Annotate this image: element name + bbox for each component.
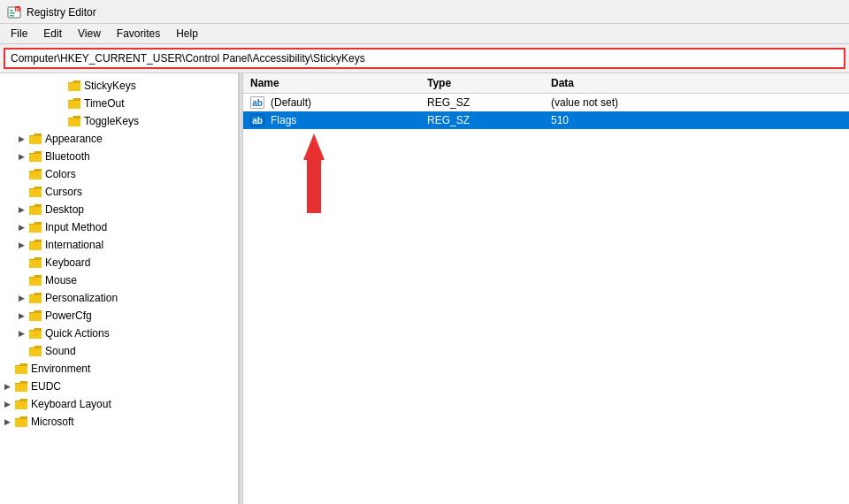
tree-label-colors: Colors	[45, 168, 76, 180]
expand-bluetooth[interactable]: ▶	[14, 149, 28, 164]
folder-icon-mouse	[28, 273, 42, 287]
tree-item-international[interactable]: ▶ International	[0, 236, 238, 254]
tree-label-quickactions: Quick Actions	[45, 327, 110, 340]
expand-inputmethod[interactable]: ▶	[14, 220, 28, 234]
tree-label-cursors: Cursors	[45, 186, 82, 198]
folder-icon-appearance	[28, 132, 42, 146]
menu-view[interactable]: View	[71, 26, 108, 42]
expand-personalization[interactable]: ▶	[14, 291, 28, 305]
folder-icon-keyboardlayout	[14, 397, 28, 411]
tree-label-stickykeys: StickyKeys	[84, 80, 136, 92]
folder-icon-microsoft	[14, 415, 28, 429]
folder-icon-bluetooth	[28, 149, 42, 164]
tree-label-togglekeys: ToggleKeys	[84, 115, 139, 127]
row-name-flags: Flags	[271, 114, 296, 126]
tree-label-international: International	[45, 239, 103, 251]
folder-icon-timeout	[67, 96, 81, 111]
tree-label-inputmethod: Input Method	[45, 221, 107, 233]
tree-label-bluetooth: Bluetooth	[45, 150, 90, 163]
tree-item-desktop[interactable]: ▶ Desktop	[0, 201, 238, 218]
annotation-area	[243, 129, 849, 235]
folder-icon-quickactions	[28, 326, 42, 340]
tree-label-personalization: Personalization	[45, 292, 118, 304]
tree-label-microsoft: Microsoft	[31, 416, 74, 428]
tree-item-keyboard[interactable]: Keyboard	[0, 254, 238, 271]
menu-help[interactable]: Help	[169, 26, 205, 42]
address-bar[interactable]	[4, 48, 845, 69]
tree-item-keyboardlayout[interactable]: ▶ Keyboard Layout	[0, 395, 238, 413]
main-container: StickyKeys TimeOut ToggleKeys ▶	[0, 73, 849, 504]
tree-item-timeout[interactable]: TimeOut	[0, 95, 238, 112]
tree-item-quickactions[interactable]: ▶ Quick Actions	[0, 325, 238, 342]
tree-label-appearance: Appearance	[45, 133, 103, 145]
tree-label-keyboardlayout: Keyboard Layout	[31, 398, 111, 410]
svg-rect-7	[307, 160, 321, 213]
folder-icon-eudc	[14, 379, 28, 393]
tree-item-environment[interactable]: Environment	[0, 360, 238, 378]
menu-file[interactable]: File	[4, 26, 34, 42]
expand-microsoft[interactable]: ▶	[0, 415, 14, 429]
tree-item-microsoft[interactable]: ▶ Microsoft	[0, 413, 238, 431]
tree-item-togglekeys[interactable]: ToggleKeys	[0, 112, 238, 130]
ab-icon-default: ab	[250, 96, 264, 109]
tree-item-mouse[interactable]: Mouse	[0, 271, 238, 289]
tree-item-appearance[interactable]: ▶ Appearance	[0, 130, 238, 148]
folder-icon-personalization	[28, 291, 42, 305]
folder-icon-environment	[14, 362, 28, 376]
folder-icon-desktop	[28, 202, 42, 217]
tree-item-colors[interactable]: Colors	[0, 165, 238, 183]
expand-quickactions[interactable]: ▶	[14, 326, 28, 340]
ab-icon-flags: ab	[250, 114, 264, 126]
tree-item-inputmethod[interactable]: ▶ Input Method	[0, 218, 238, 236]
row-type-default: REG_SZ	[427, 96, 551, 109]
tree-label-desktop: Desktop	[45, 203, 84, 216]
tree-label-sound: Sound	[45, 345, 76, 357]
expand-eudc[interactable]: ▶	[0, 379, 14, 393]
folder-icon-togglekeys	[67, 114, 81, 128]
tree-item-sound[interactable]: Sound	[0, 342, 238, 360]
column-headers: Name Type Data	[243, 73, 849, 94]
tree-label-mouse: Mouse	[45, 274, 77, 286]
folder-icon-powercfg	[28, 309, 42, 323]
expand-desktop[interactable]: ▶	[14, 202, 28, 217]
svg-rect-3	[10, 15, 14, 17]
folder-icon-cursors	[28, 185, 42, 199]
data-row-default[interactable]: ab (Default) REG_SZ (value not set)	[243, 94, 849, 111]
tree-label-environment: Environment	[31, 363, 90, 375]
menu-favorites[interactable]: Favorites	[110, 26, 167, 42]
menu-edit[interactable]: Edit	[36, 26, 69, 42]
title-bar: R Registry Editor	[0, 0, 849, 24]
header-type: Type	[427, 77, 551, 89]
folder-icon-inputmethod	[28, 220, 42, 234]
tree-label-powercfg: PowerCfg	[45, 309, 92, 322]
app-icon: R	[7, 5, 21, 19]
expand-appearance[interactable]: ▶	[14, 132, 28, 146]
expand-keyboardlayout[interactable]: ▶	[0, 397, 14, 411]
svg-marker-6	[303, 134, 325, 160]
menu-bar: File Edit View Favorites Help	[0, 24, 849, 44]
folder-icon-stickykeys	[67, 79, 81, 93]
data-row-flags[interactable]: ab Flags REG_SZ 510	[243, 111, 849, 129]
svg-rect-1	[10, 10, 13, 11]
tree-item-eudc[interactable]: ▶ EUDC	[0, 378, 238, 395]
svg-rect-2	[10, 12, 15, 14]
tree-item-powercfg[interactable]: ▶ PowerCfg	[0, 307, 238, 325]
tree-label-timeout: TimeOut	[84, 97, 125, 110]
svg-text:R: R	[16, 7, 19, 12]
expand-powercfg[interactable]: ▶	[14, 309, 28, 323]
data-panel: Name Type Data ab (Default) REG_SZ (valu…	[243, 73, 849, 504]
tree-item-personalization[interactable]: ▶ Personalization	[0, 289, 238, 307]
row-type-flags: REG_SZ	[427, 114, 551, 126]
tree-item-stickykeys[interactable]: StickyKeys	[0, 77, 238, 95]
folder-icon-keyboard	[28, 256, 42, 270]
folder-icon-colors	[28, 167, 42, 181]
tree-item-cursors[interactable]: Cursors	[0, 183, 238, 201]
folder-icon-sound	[28, 344, 42, 358]
tree-label-keyboard: Keyboard	[45, 256, 90, 269]
row-name-default: (Default)	[271, 96, 311, 109]
expand-international[interactable]: ▶	[14, 238, 28, 252]
header-name: Name	[250, 77, 427, 89]
tree-item-bluetooth[interactable]: ▶ Bluetooth	[0, 148, 238, 165]
row-data-flags: 510	[551, 114, 842, 126]
tree-label-eudc: EUDC	[31, 380, 61, 393]
